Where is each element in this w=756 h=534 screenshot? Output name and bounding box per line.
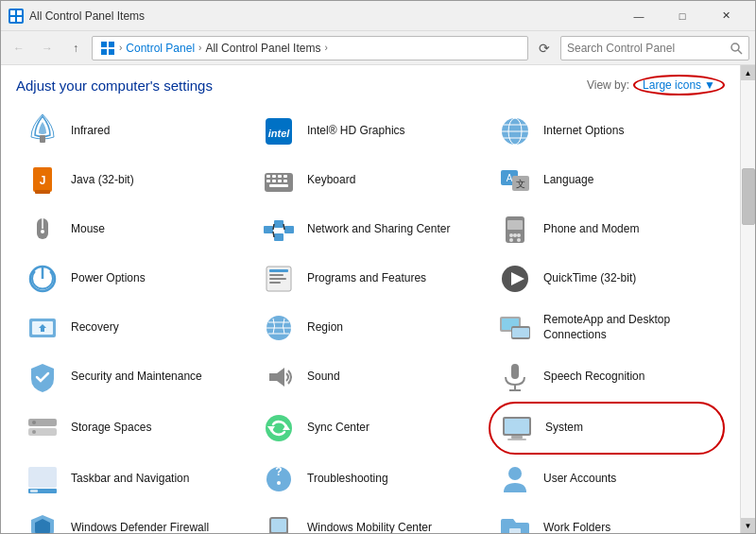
bc-current: All Control Panel Items [205,42,320,55]
network-icon [260,211,298,249]
svg-rect-28 [278,180,282,182]
svg-point-78 [32,430,36,434]
internet-options-icon [496,112,534,150]
storage-spaces-label: Storage Spaces [71,421,151,436]
minimize-button[interactable]: — [617,1,661,31]
maximize-button[interactable]: □ [661,1,704,31]
view-by-button[interactable]: Large icons ▼ [633,75,725,95]
security-label: Security and Maintenance [71,370,202,385]
svg-rect-56 [269,274,284,276]
svg-rect-84 [511,436,523,439]
sound-label: Sound [307,370,340,385]
speech-recognition-label: Speech Recognition [543,370,644,385]
recovery-label: Recovery [71,320,119,336]
system-icon [498,409,536,447]
list-item[interactable]: Programs and Features [252,254,489,303]
svg-rect-38 [264,226,273,233]
search-input[interactable] [567,42,730,55]
main-content: Adjust your computer's settings View by:… [1,65,740,533]
window-controls: — □ ✕ [617,1,747,31]
svg-point-37 [41,230,44,233]
list-item[interactable]: ? Troubleshooting [252,455,489,504]
nav-bar: ← → ↑ › Control Panel › All Control Pane… [1,31,755,65]
remoteapp-icon [496,309,534,347]
system-label: System [545,421,583,436]
list-item[interactable]: QuickTime (32-bit) [489,254,725,303]
list-item[interactable]: Recovery [16,303,252,353]
infrared-label: Infrared [71,124,110,139]
forward-button[interactable]: → [35,36,60,60]
svg-text:A: A [507,173,513,183]
region-label: Region [307,320,343,336]
list-item[interactable]: Security and Maintenance [16,353,252,402]
work-folders-label: Work Folders [543,521,610,533]
list-item[interactable]: Work Folders [489,504,725,533]
security-icon [24,358,61,396]
svg-text:?: ? [275,465,282,478]
back-button[interactable]: ← [7,36,31,60]
list-item[interactable]: Mouse [16,205,252,254]
svg-rect-40 [284,226,294,233]
app-icon [9,9,24,24]
sound-icon [260,358,298,396]
internet-options-label: Internet Options [543,124,624,139]
scroll-up-arrow[interactable]: ▲ [741,65,756,80]
list-item[interactable]: Sync Center [252,402,489,455]
window-title: All Control Panel Items [29,9,617,23]
scroll-track[interactable] [741,80,755,518]
list-item[interactable]: intel Intel® HD Graphics [252,107,489,156]
network-label: Network and Sharing Center [307,222,450,237]
list-item[interactable]: Internet Options [489,107,725,156]
list-item[interactable]: Speech Recognition [489,353,725,402]
phone-modem-label: Phone and Modem [543,222,639,237]
svg-rect-6 [101,49,107,55]
list-item[interactable]: J Java (32-bit) [16,156,252,205]
svg-rect-25 [284,175,287,178]
svg-rect-1 [17,10,22,15]
svg-rect-58 [269,282,281,284]
svg-marker-71 [269,368,284,387]
list-item[interactable]: System [489,402,725,455]
list-item[interactable]: Keyboard [252,156,489,205]
refresh-button[interactable]: ⟳ [532,36,557,60]
list-item[interactable]: User Accounts [489,455,725,504]
bc-control-panel[interactable]: Control Panel [126,42,195,55]
quicktime-icon [496,260,534,298]
scroll-thumb[interactable] [742,168,755,225]
svg-point-50 [509,238,513,242]
scrollbar[interactable]: ▲ ▼ [740,65,755,533]
list-item[interactable]: Power Options [16,254,252,303]
svg-rect-29 [284,180,287,182]
list-item[interactable]: Infrared [16,107,252,156]
svg-point-77 [32,421,36,424]
svg-rect-97 [509,528,521,533]
list-item[interactable]: Network and Sharing Center [252,205,489,254]
mouse-icon [24,211,61,249]
keyboard-icon [260,162,298,199]
power-options-icon [24,260,61,298]
svg-rect-20 [35,190,50,194]
list-item[interactable]: Windows Mobility Center [252,504,489,533]
svg-rect-94 [271,519,286,532]
list-item[interactable]: Taskbar and Navigation [16,455,252,504]
list-item[interactable]: Sound [252,353,489,402]
java-label: Java (32-bit) [71,173,134,188]
svg-rect-70 [512,328,529,337]
svg-rect-0 [10,10,15,15]
svg-rect-3 [17,17,22,22]
list-item[interactable]: RemoteApp and Desktop Connections [489,303,725,353]
list-item[interactable]: Windows Defender Firewall [16,504,252,533]
list-item[interactable]: Region [252,303,489,353]
list-item[interactable]: Phone and Modem [489,205,725,254]
svg-rect-83 [505,419,529,434]
breadcrumb-icon [100,41,115,56]
scroll-down-arrow[interactable]: ▼ [741,518,756,533]
work-folders-icon [496,509,534,533]
close-button[interactable]: ✕ [704,1,747,31]
intel-icon: intel [260,112,298,150]
list-item[interactable]: Storage Spaces [16,402,252,455]
list-item[interactable]: A文 Language [489,156,725,205]
main-window: All Control Panel Items — □ ✕ ← → ↑ › Co… [0,0,756,534]
svg-point-47 [509,233,513,237]
up-button[interactable]: ↑ [63,36,88,60]
